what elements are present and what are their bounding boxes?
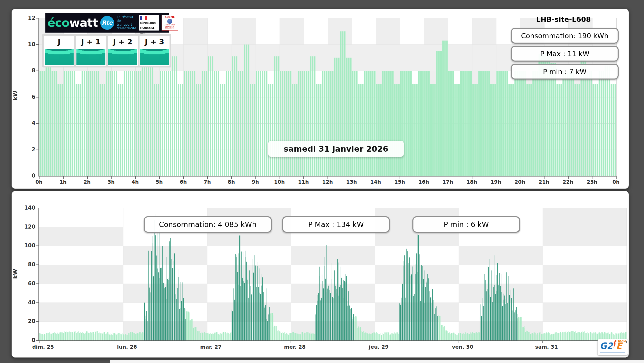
daily-consumption-box: Consommation: 190 kWh xyxy=(511,28,619,44)
forecast-tile-j-label: J xyxy=(44,36,74,48)
daily-pmin-box: P min : 7 kW xyxy=(511,64,619,80)
daily-x-tick-mark xyxy=(87,176,88,179)
weekly-pmin-box: P min : 6 kW xyxy=(412,216,520,233)
weekly-chart-y-axis-line xyxy=(38,208,39,341)
daily-x-tick-mark xyxy=(448,176,448,179)
forecast-tile-j3-label: J + 3 xyxy=(140,36,170,48)
weekly-x-tick-label: dim. 25 xyxy=(32,344,54,350)
daily-x-tick-mark xyxy=(255,176,256,179)
daily-chart-y-axis-line xyxy=(38,18,39,176)
daily-x-tick-mark xyxy=(135,176,136,179)
daily-x-tick-mark xyxy=(207,176,208,179)
daily-pmax-box: P Max : 11 kW xyxy=(511,46,619,62)
weekly-x-tick-mark xyxy=(123,341,123,343)
daily-x-tick-label: 19h xyxy=(490,179,501,185)
g2e-france-logo: G2 E FRANCE xyxy=(598,339,628,355)
daily-x-tick-label: 1h xyxy=(60,179,67,185)
daily-x-tick-mark xyxy=(183,176,184,179)
daily-x-tick-label: 2h xyxy=(83,179,91,185)
rte-caption: Le réseau de transport d'électricité xyxy=(117,15,136,31)
daily-x-tick-mark xyxy=(39,176,39,179)
rte-logo-icon: Rte xyxy=(100,16,114,30)
daily-x-tick-mark xyxy=(63,176,64,179)
daily-x-tick-label: 20h xyxy=(514,179,525,185)
daily-y-tick-label: 0 xyxy=(20,173,35,179)
g2e-logo-e: E xyxy=(616,341,622,351)
daily-x-tick-label: 23h xyxy=(587,179,597,185)
daily-x-tick-label: 14h xyxy=(370,179,381,185)
forecast-tile-j1-label: J + 1 xyxy=(76,36,106,48)
daily-x-tick-mark xyxy=(159,176,160,179)
weekly-y-tick-label: 60 xyxy=(20,280,35,287)
weekly-y-tick-mark xyxy=(36,283,38,284)
green-signal-gauge-icon xyxy=(108,49,137,65)
daily-x-tick-mark xyxy=(303,176,304,179)
daily-x-tick-mark xyxy=(520,176,520,179)
weekly-consumption-box: Consommation: 4 085 kWh xyxy=(144,216,272,233)
daily-x-tick-mark xyxy=(376,176,376,179)
weekly-x-tick-mark xyxy=(375,341,375,343)
daily-x-tick-label: 10h xyxy=(274,179,285,185)
weekly-y-tick-label: 0 xyxy=(20,337,35,343)
daily-y-tick-mark xyxy=(36,44,38,45)
ecowatt-logo-watt: watt xyxy=(69,16,98,30)
daily-y-tick-mark xyxy=(36,150,38,150)
weekly-y-tick-label: 100 xyxy=(20,242,35,249)
daily-x-tick-label: 7h xyxy=(204,179,211,185)
weekly-x-tick-label: sam. 31 xyxy=(535,344,558,350)
daily-x-tick-mark xyxy=(592,176,592,179)
green-signal-gauge-icon xyxy=(45,49,74,65)
ecowatt-logo-eco: éco xyxy=(47,16,69,30)
forecast-tile-j3[interactable]: J + 3 xyxy=(140,36,170,66)
daily-y-tick-mark xyxy=(36,123,38,124)
daily-x-tick-mark xyxy=(231,176,232,179)
g2e-logo-tagline-line xyxy=(600,352,625,353)
daily-x-tick-label: 0h xyxy=(35,179,43,185)
daily-x-tick-label: 11h xyxy=(298,179,309,185)
daily-x-tick-mark xyxy=(328,176,328,179)
ademe-logo: ADEME AGENCE DE LA TRANSITION ÉCOLOGIQUE xyxy=(162,15,178,31)
date-label-box: samedi 31 janvier 2026 xyxy=(268,141,404,157)
daily-x-tick-label: 21h xyxy=(539,179,549,185)
weekly-y-tick-mark xyxy=(36,321,38,322)
weekly-y-tick-mark xyxy=(36,264,38,265)
forecast-tile-j1[interactable]: J + 1 xyxy=(76,36,106,66)
daily-y-tick-mark xyxy=(36,18,38,18)
weekly-x-tick-mark xyxy=(459,341,459,343)
weekly-y-tick-label: 140 xyxy=(20,205,35,211)
weekly-y-tick-mark xyxy=(36,246,38,246)
daily-x-tick-label: 3h xyxy=(107,179,115,185)
daily-y-tick-label: 2 xyxy=(20,146,35,153)
daily-x-tick-mark xyxy=(111,176,112,179)
daily-x-tick-mark xyxy=(280,176,280,179)
daily-x-tick-label: 4h xyxy=(132,179,139,185)
weekly-y-tick-mark xyxy=(36,302,38,303)
daily-x-tick-label: 5h xyxy=(156,179,163,185)
daily-x-tick-mark xyxy=(616,176,617,179)
ademe-title: ADEME xyxy=(165,16,175,18)
green-signal-gauge-icon xyxy=(76,49,105,65)
g2e-logo-france: FRANCE xyxy=(617,340,627,342)
weekly-x-tick-label: mer. 28 xyxy=(284,344,306,350)
site-title: LHB-site-L608 xyxy=(510,15,617,23)
forecast-tile-j2[interactable]: J + 2 xyxy=(108,36,138,66)
daily-x-tick-label: 17h xyxy=(442,179,453,185)
republique-line2: FRANÇAISE xyxy=(140,27,155,29)
forecast-tile-j2-label: J + 2 xyxy=(108,36,138,48)
weekly-y-tick-label: 20 xyxy=(20,318,35,324)
daily-y-tick-mark xyxy=(36,97,38,97)
weekly-x-tick-label: lun. 26 xyxy=(117,344,137,350)
weekly-y-tick-label: 40 xyxy=(20,299,35,306)
daily-x-tick-mark xyxy=(544,176,544,179)
weekly-pmax-box: P Max : 134 kW xyxy=(282,216,390,233)
daily-x-tick-label: 9h xyxy=(252,179,259,185)
daily-y-tick-label: 10 xyxy=(20,41,35,47)
ademe-globe-icon xyxy=(167,19,172,24)
daily-x-tick-label: 8h xyxy=(228,179,235,185)
ecowatt-logo: écowatt xyxy=(47,16,98,30)
forecast-tile-j[interactable]: J xyxy=(44,36,74,66)
weekly-y-tick-label: 120 xyxy=(20,224,35,230)
daily-y-tick-label: 12 xyxy=(20,15,35,21)
background-window-strip xyxy=(110,360,644,363)
ecowatt-forecast-tiles: J J + 1 J + 2 J + 3 xyxy=(42,34,171,67)
